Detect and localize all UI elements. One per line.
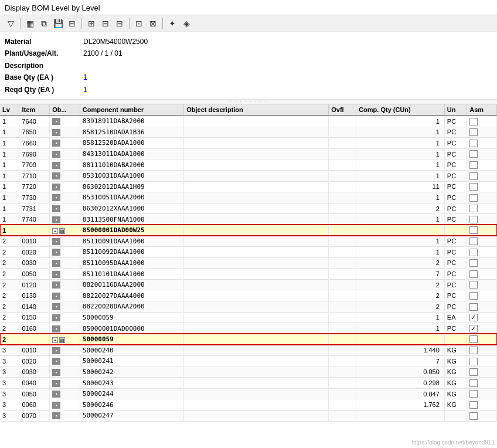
bom-part-icon: ▪ [52,151,60,158]
lv-cell: 1 [0,159,19,171]
item-cell: 7650 [19,127,50,138]
obj-icon-cell: ▪ [50,378,80,389]
asm-cell[interactable]: ✓ [467,323,497,334]
ovfl-cell [329,301,356,313]
ovfl-cell [329,116,356,127]
ovfl-cell [329,159,356,171]
ovfl-cell [329,366,356,378]
table-row: 20050▪85110101DAAA10007PC [0,269,497,280]
qty-cell: 7 [356,356,445,367]
obj-icon-cell: +▤ [50,225,80,236]
desc-cell [184,159,329,171]
lv-cell: 2 [0,290,19,301]
lv-cell: 1 [0,170,19,181]
description-label: Description [5,60,81,72]
unit-cell: EA [444,312,467,323]
qty-cell: 1 [356,236,445,247]
ovfl-cell [329,236,356,247]
lv-cell: 1 [0,203,19,214]
obj-icon-cell: ▪ [50,312,80,323]
columns-icon[interactable]: ⊟ [100,18,111,29]
component-cell: 85310051DAAA2000 [80,192,183,203]
unit-cell: KG [444,366,467,378]
unit-cell: PC [444,323,467,334]
item-cell: 0160 [19,323,50,334]
col-asm: Asm [467,104,497,116]
obj-icon-cell: ▪ [50,279,80,290]
unit-cell [444,410,467,421]
toolbar-sep3 [129,18,130,29]
asm-cell [467,279,497,290]
obj-icon-cell: ▪ [50,203,80,214]
qty-cell: 2 [356,301,445,313]
desc-cell [184,290,329,301]
material-row: Material DL20M54000W2500 [5,36,492,47]
star-icon[interactable]: ✦ [166,18,178,29]
item-cell: 0140 [19,301,50,313]
filter-icon[interactable]: ▽ [5,18,16,29]
desc-cell [184,148,329,159]
component-cell: 88220027DAAA4000 [80,290,183,301]
col-obj: Ob... [50,104,80,116]
obj-icon-cell: ▪ [50,181,80,192]
bom-part-icon: ▪ [52,249,60,256]
unit-cell [444,334,467,345]
expand-bom-icon[interactable]: +▤ [52,337,65,343]
save-icon[interactable]: 💾 [52,18,64,29]
table-row: 17650▪85812510DADA1B361PC [0,127,497,138]
item-cell: 7730 [19,192,50,203]
grid-icon[interactable]: ⊞ [86,18,97,29]
copy-icon[interactable]: ⧉ [38,18,50,29]
desc-cell [184,323,329,334]
table-container[interactable]: Lv Item Ob... Component number Object de… [0,104,497,422]
unit-cell: PC [444,279,467,290]
item-cell: 0070 [19,410,50,421]
asm-cell [467,269,497,280]
asm-cell [467,159,497,171]
table-row: 30060▪500002461.762KG [0,399,497,410]
nav-icon[interactable]: ⊠ [147,18,159,29]
asm-cell [467,127,497,138]
lv-cell: 3 [0,378,19,389]
qty-cell: 7 [356,269,445,280]
ovfl-cell [329,127,356,138]
table-row: 30010▪500002401.440KG [0,345,497,356]
asm-cell[interactable]: ✓ [467,312,497,323]
bom-part-icon: ▪ [52,369,60,376]
table-icon[interactable]: ▦ [24,18,36,29]
info-section: Material DL20M54000W2500 Plant/Usage/Alt… [0,32,497,100]
qty-cell: 11 [356,181,445,192]
bom-part-icon: ▪ [52,129,60,136]
item-cell: 0120 [19,279,50,290]
qty-cell: 0.047 [356,388,445,399]
obj-icon-cell: ▪ [50,399,80,410]
qty-cell [356,410,445,421]
diamond-icon[interactable]: ◈ [181,18,192,29]
item-cell: 0020 [19,247,50,258]
asm-cell [467,301,497,313]
reqd-qty-value: 1 [83,84,87,96]
unit-cell: PC [444,301,467,313]
bom-part-icon: ▪ [52,140,60,147]
settings-icon[interactable]: ⊟ [66,18,78,29]
table-row: 17730▪85310051DAAA20001PC [0,192,497,203]
col-item: Item [19,104,50,116]
qty-cell [356,225,445,236]
table-row: 17640▪83918911DABA20001PC [0,116,497,127]
reqd-qty-row: Reqd Qty (EA ) 1 [5,84,492,96]
asm-cell [467,116,497,127]
find-icon[interactable]: ⊡ [133,18,145,29]
expand-bom-icon[interactable]: +▤ [52,228,65,234]
ovfl-cell [329,410,356,421]
asm-cell [467,345,497,356]
table-row: 30050▪500002440.047KG [0,388,497,399]
table-row: 1+▤85000001DAD00W25 [0,225,497,236]
lv-cell: 3 [0,345,19,356]
unit-cell: PC [444,203,467,214]
expand2-icon[interactable]: ⊟ [114,18,125,29]
table-row: 30020▪500002417KG [0,356,497,367]
lv-cell: 1 [0,192,19,203]
desc-cell [184,388,329,399]
obj-icon-cell: ▪ [50,257,80,269]
bom-part-icon: ▪ [52,118,60,125]
